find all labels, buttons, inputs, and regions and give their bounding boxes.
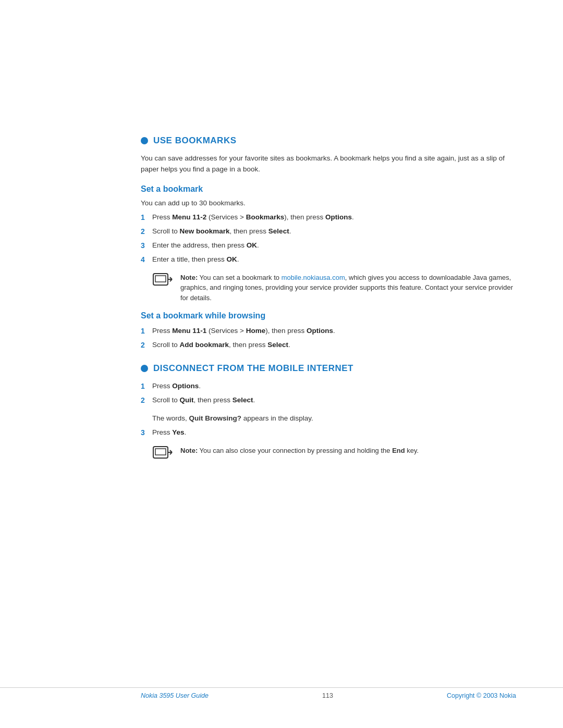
bullet-icon — [141, 137, 148, 144]
use-bookmarks-title: USE BOOKMARKS — [153, 135, 237, 146]
step-text-2: Scroll to New bookmark, then press Selec… — [152, 226, 516, 237]
disconnect-step-2: 2 Scroll to Quit, then press Select. — [141, 395, 516, 406]
step-4: 4 Enter a title, then press OK. — [141, 254, 516, 265]
note-icon — [152, 273, 173, 290]
disconnect-step-1: 1 Press Options. — [141, 381, 516, 392]
nokia-link[interactable]: mobile.nokiausa.com — [282, 274, 345, 281]
browsing-step-2: 2 Scroll to Add bookmark, then press Sel… — [141, 340, 516, 351]
disconnect-step-number-2: 2 — [141, 395, 152, 406]
set-bookmark-title: Set a bookmark — [141, 184, 516, 194]
svg-rect-1 — [155, 276, 166, 282]
disconnect-step-number-1: 1 — [141, 381, 152, 392]
browsing-step-number-2: 2 — [141, 340, 152, 351]
browsing-step-1: 1 Press Menu 11-1 (Services > Home), the… — [141, 326, 516, 337]
set-bookmark-browsing-title: Set a bookmark while browsing — [141, 311, 516, 320]
step-number-3: 3 — [141, 240, 152, 251]
disconnect-title: DISCONNECT FROM THE MOBILE INTERNET — [153, 363, 353, 374]
svg-rect-6 — [155, 449, 166, 455]
disconnect-step-3: 3 Press Yes. — [141, 427, 516, 438]
disconnect-step-number-3: 3 — [141, 427, 152, 438]
page: USE BOOKMARKS You can save addresses for… — [0, 0, 563, 728]
step-1: 1 Press Menu 11-2 (Services > Bookmarks)… — [141, 212, 516, 223]
browsing-step-text-1: Press Menu 11-1 (Services > Home), then … — [152, 326, 516, 336]
set-bookmark-browsing-steps: 1 Press Menu 11-1 (Services > Home), the… — [141, 326, 516, 351]
disconnect-note: Note: You can also close your connection… — [152, 446, 516, 463]
browsing-step-text-2: Scroll to Add bookmark, then press Selec… — [152, 340, 516, 350]
content-area: USE BOOKMARKS You can save addresses for… — [141, 0, 516, 513]
footer-page-number: 113 — [322, 692, 333, 699]
step-text-3: Enter the address, then press OK. — [152, 240, 516, 251]
note-text-disconnect: Note: You can also close your connection… — [180, 446, 419, 456]
footer-left: Nokia 3595 User Guide — [141, 692, 209, 699]
set-bookmark-browsing-subsection: Set a bookmark while browsing 1 Press Me… — [141, 311, 516, 351]
disconnect-step-text-3: Press Yes. — [152, 427, 516, 438]
disconnect-steps: 1 Press Options. 2 Scroll to Quit, then … — [141, 381, 516, 406]
step-number-1: 1 — [141, 212, 152, 223]
use-bookmarks-intro: You can save addresses for your favorite… — [141, 153, 516, 175]
step-text-4: Enter a title, then press OK. — [152, 254, 516, 265]
footer-right: Copyright © 2003 Nokia — [447, 692, 516, 699]
set-bookmark-intro: You can add up to 30 bookmarks. — [141, 199, 516, 207]
note-icon-svg — [152, 273, 173, 290]
set-bookmark-subsection: Set a bookmark You can add up to 30 book… — [141, 184, 516, 303]
disconnect-note-icon — [152, 446, 173, 463]
set-bookmark-steps: 1 Press Menu 11-2 (Services > Bookmarks)… — [141, 212, 516, 265]
step-number-4: 4 — [141, 254, 152, 265]
step-3: 3 Enter the address, then press OK. — [141, 240, 516, 251]
step-2: 2 Scroll to New bookmark, then press Sel… — [141, 226, 516, 237]
disconnect-step-text-2: Scroll to Quit, then press Select. — [152, 395, 516, 405]
use-bookmarks-heading: USE BOOKMARKS — [141, 135, 516, 146]
disconnect-bullet-icon — [141, 365, 148, 372]
page-footer: Nokia 3595 User Guide 113 Copyright © 20… — [0, 687, 563, 699]
step-text-1: Press Menu 11-2 (Services > Bookmarks), … — [152, 212, 516, 223]
browsing-step-number-1: 1 — [141, 326, 152, 337]
note-text-set-bookmark: Note: You can set a bookmark to mobile.n… — [180, 273, 516, 303]
disconnect-step-text-1: Press Options. — [152, 381, 516, 391]
disconnect-steps-2: 3 Press Yes. — [141, 427, 516, 438]
step-number-2: 2 — [141, 226, 152, 237]
disconnect-heading: DISCONNECT FROM THE MOBILE INTERNET — [141, 363, 516, 374]
quit-browsing-note: The words, Quit Browsing? appears in the… — [152, 413, 516, 424]
disconnect-note-icon-svg — [152, 446, 173, 463]
set-bookmark-note: Note: You can set a bookmark to mobile.n… — [152, 273, 516, 303]
disconnect-section: DISCONNECT FROM THE MOBILE INTERNET 1 Pr… — [141, 363, 516, 463]
